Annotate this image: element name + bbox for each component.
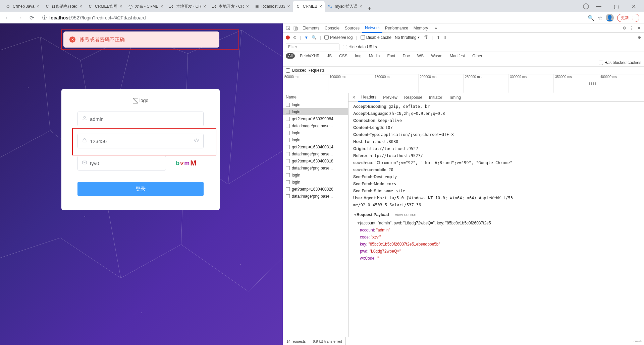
browser-tab[interactable]: ◯发布 - CRME×	[125, 1, 166, 12]
filter-chip[interactable]: CSS	[337, 53, 350, 59]
request-row[interactable]: data:image/png;base...	[283, 164, 348, 171]
devtools-tab-memory[interactable]: Memory	[411, 23, 431, 33]
network-settings-icon[interactable]: ⚙	[638, 35, 641, 40]
devtools-tab-elements[interactable]: Elements	[300, 23, 322, 33]
minimize-button[interactable]: —	[591, 1, 606, 11]
captcha-image[interactable]: bvmM	[169, 156, 204, 170]
search-icon[interactable]: 🔍	[588, 15, 594, 21]
detail-tab-response[interactable]: Response	[401, 93, 426, 102]
filter-toggle-icon[interactable]: ▼	[304, 35, 308, 40]
request-row[interactable]: get?temp=1630400318	[283, 157, 348, 164]
filter-chip[interactable]: Img	[353, 53, 364, 59]
captcha-input[interactable]	[90, 160, 162, 166]
tab-close-icon[interactable]: ×	[37, 4, 39, 9]
disable-cache-checkbox[interactable]: Disable cache	[361, 35, 391, 40]
upload-icon[interactable]: ⬆	[437, 35, 440, 40]
download-icon[interactable]: ⬇	[443, 35, 447, 40]
tab-close-icon[interactable]: ×	[203, 4, 206, 9]
settings-icon[interactable]: ⚙	[621, 25, 627, 31]
has-blocked-cookies-checkbox[interactable]: Has blocked cookies	[599, 60, 641, 65]
new-tab-button[interactable]: +	[365, 5, 374, 12]
request-row[interactable]: get?temp=1630399984	[283, 115, 348, 122]
hide-data-urls-checkbox[interactable]: Hide data URLs	[343, 45, 377, 49]
more-tabs-icon[interactable]: »	[432, 23, 440, 33]
close-window-button[interactable]: ✕	[626, 1, 641, 11]
request-row[interactable]: login	[283, 136, 348, 143]
filter-chip[interactable]: JS	[325, 53, 334, 59]
login-button[interactable]: 登录	[77, 182, 204, 196]
eye-icon[interactable]	[194, 138, 199, 144]
search-icon[interactable]: 🔍	[312, 35, 317, 40]
tab-close-icon[interactable]: ×	[161, 4, 163, 9]
browser-tab[interactable]: C(1条消息) Red×	[42, 1, 85, 12]
tab-close-icon[interactable]: ×	[360, 4, 362, 9]
filter-chip[interactable]: Media	[367, 53, 382, 59]
forward-button[interactable]: →	[15, 13, 24, 22]
network-timeline[interactable]: 50000 ms100000 ms150000 ms200000 ms25000…	[283, 74, 644, 93]
devtools-close-icon[interactable]: ✕	[636, 25, 642, 31]
browser-tab[interactable]: ▦localhost:333×	[252, 1, 293, 12]
clear-icon[interactable]: ⊘	[293, 35, 297, 40]
wifi-icon[interactable]	[424, 34, 429, 41]
filter-chip[interactable]: All	[286, 53, 295, 59]
username-field[interactable]	[77, 112, 204, 126]
filter-chip[interactable]: Other	[470, 53, 485, 59]
request-row[interactable]: login	[283, 101, 348, 108]
detail-tab-preview[interactable]: Preview	[380, 93, 401, 102]
back-button[interactable]: ←	[3, 13, 12, 22]
record-button[interactable]	[286, 36, 290, 40]
detail-tab-headers[interactable]: Headers	[358, 93, 380, 102]
tab-close-icon[interactable]: ×	[287, 4, 290, 9]
devtools-tab-console[interactable]: Console	[322, 23, 342, 33]
tab-close-icon[interactable]: ×	[79, 4, 82, 9]
devtools-tab-sources[interactable]: Sources	[342, 23, 362, 33]
blocked-requests-checkbox[interactable]: Blocked Requests	[283, 67, 644, 74]
browser-tab[interactable]: ⬡Crmeb Java×	[3, 1, 42, 12]
filter-chip[interactable]: Fetch/XHR	[298, 53, 322, 59]
request-row[interactable]: login	[283, 108, 348, 115]
bookmark-icon[interactable]: ☆	[598, 15, 602, 21]
tab-close-icon[interactable]: ×	[319, 4, 322, 9]
password-input[interactable]	[90, 138, 194, 144]
filter-chip[interactable]: Doc	[400, 53, 412, 59]
maximize-button[interactable]: ▢	[608, 1, 624, 11]
request-row[interactable]: get?temp=1630400326	[283, 186, 348, 193]
devtools-tab-performance[interactable]: Performance	[382, 23, 411, 33]
detail-body[interactable]: Accept-Encoding: gzip, deflate, brAccept…	[348, 102, 644, 337]
tab-close-icon[interactable]: ×	[119, 4, 122, 9]
payload-section-title[interactable]: ▼Request Payloadview source	[353, 211, 644, 218]
browser-tab[interactable]: ⎇本地开发 · CR×	[166, 1, 209, 12]
profile-avatar[interactable]: 👤	[606, 14, 614, 22]
request-row[interactable]: login	[283, 129, 348, 136]
detail-tab-timing[interactable]: Timing	[445, 93, 464, 102]
update-button[interactable]: 更新 ⋮	[617, 14, 639, 22]
username-input[interactable]	[90, 116, 199, 122]
captcha-field[interactable]	[77, 156, 166, 170]
request-row[interactable]: get?temp=1630400314	[283, 143, 348, 150]
device-icon[interactable]	[292, 25, 299, 31]
filter-chip[interactable]: Wasm	[429, 53, 445, 59]
filter-chip[interactable]: Manifest	[447, 53, 467, 59]
filter-chip[interactable]: WS	[415, 53, 426, 59]
tab-close-icon[interactable]: ×	[246, 4, 249, 9]
browser-tab[interactable]: CCRMEB官网×	[85, 1, 125, 12]
inspect-icon[interactable]	[285, 25, 291, 31]
reload-button[interactable]: ⟳	[27, 13, 36, 22]
filter-input[interactable]	[286, 44, 339, 50]
close-detail-icon[interactable]: ✕	[351, 95, 357, 100]
preserve-log-checkbox[interactable]: Preserve log	[324, 35, 353, 40]
devtools-tab-network[interactable]: Network	[362, 23, 382, 33]
request-row[interactable]: data:image/png;base...	[283, 150, 348, 157]
request-row[interactable]: login	[283, 179, 348, 186]
name-column-header[interactable]: Name	[283, 93, 348, 101]
password-field[interactable]	[77, 134, 204, 148]
browser-tab[interactable]: ⎇本地开发 · CR×	[209, 1, 252, 12]
url-input[interactable]: ⓘ localhost:9527/login?redirect=%2Fdashb…	[39, 13, 585, 22]
throttling-select[interactable]: No throttling ▼	[395, 35, 420, 40]
request-row[interactable]: data:image/png;base...	[283, 193, 348, 200]
browser-tab[interactable]: 🐾mysql插入语×	[325, 1, 365, 12]
browser-tab[interactable]: CCRMEB×	[293, 1, 325, 12]
site-info-icon[interactable]: ⓘ	[42, 15, 47, 21]
filter-chip[interactable]: Font	[385, 53, 397, 59]
devtools-menu-icon[interactable]: ⋮	[629, 25, 635, 31]
